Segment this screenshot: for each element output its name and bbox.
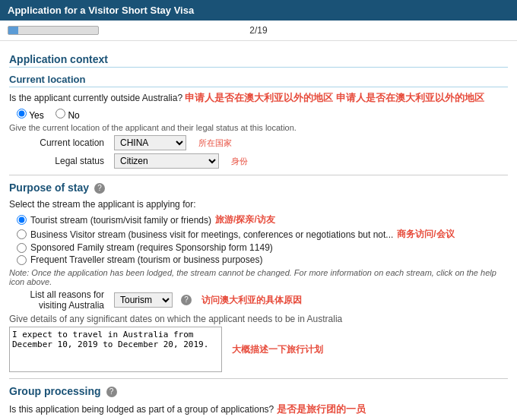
group-chinese: 是否是旅行团的一员 <box>277 403 366 415</box>
legal-status-chinese-label: 身份 <box>231 156 248 167</box>
outside-australia-no-label[interactable]: No <box>56 110 80 121</box>
group-tooltip-icon[interactable]: ? <box>106 387 117 397</box>
stream-tourist-chinese: 旅游/探亲/访友 <box>215 213 275 226</box>
current-location-question-row: Is the applicant currently outside Austr… <box>9 91 508 105</box>
stream-frequent: Frequent Traveller stream (tourism or bu… <box>17 254 508 265</box>
stream-options: Tourist stream (tourism/visit family or … <box>17 213 508 265</box>
outside-australia-yes-label[interactable]: Yes <box>17 110 46 121</box>
section-application-context: Application context <box>9 53 508 68</box>
progress-fill <box>8 27 18 34</box>
group-question: Is this application being lodged as part… <box>9 404 274 415</box>
outside-australia-yes-radio[interactable] <box>17 109 27 118</box>
outside-australia-no-radio[interactable] <box>56 109 65 118</box>
stream-frequent-label: Frequent Traveller stream (tourism or bu… <box>30 254 262 265</box>
app-title: Application for a Visitor Short Stay Vis… <box>8 5 194 16</box>
stream-business-label: Business Visitor stream (business visit … <box>30 229 393 240</box>
stream-sponsored: Sponsored Family stream (requires Sponso… <box>17 242 508 253</box>
legal-status-select[interactable]: Citizen Permanent Resident Temporary Res… <box>114 153 219 169</box>
legal-status-field-row: Legal status Citizen Permanent Resident … <box>9 153 508 169</box>
stream-business-chinese: 商务访问/会议 <box>397 228 454 241</box>
stream-tourist: Tourist stream (tourism/visit family or … <box>17 213 508 226</box>
current-location-detail: Give the current location of the applica… <box>9 123 508 132</box>
progress-container: 2/19 <box>0 21 517 41</box>
progress-bar <box>8 26 99 35</box>
legal-status-label: Legal status <box>9 156 108 166</box>
purpose-tooltip-icon[interactable]: ? <box>94 183 105 194</box>
page-counter: 2/19 <box>99 25 418 36</box>
stream-tourist-radio[interactable] <box>17 215 27 225</box>
current-location-label: Current location <box>9 137 108 148</box>
dates-chinese: 大概描述一下旅行计划 <box>232 343 323 356</box>
reason-select[interactable]: Tourism Business Family Other <box>114 292 173 308</box>
section-purpose-of-stay: Purpose of stay <box>9 182 89 195</box>
current-location-question: Is the applicant currently outside Austr… <box>9 93 182 103</box>
stream-sponsored-radio[interactable] <box>17 243 27 253</box>
stream-note: Note: Once the application has been lodg… <box>9 268 508 286</box>
stream-business: Business Visitor stream (business visit … <box>17 228 508 241</box>
title-bar: Application for a Visitor Short Stay Vis… <box>0 0 517 21</box>
current-location-chinese: 申请人是否在澳大利亚以外的地区 <box>185 92 333 103</box>
dates-label: Give details of any significant dates on… <box>9 314 508 324</box>
outside-australia-radio-group: Yes No <box>17 109 508 121</box>
stream-frequent-radio[interactable] <box>17 255 27 265</box>
dates-textarea[interactable]: I expect to travel in Australia from Dec… <box>9 327 222 372</box>
current-location-chinese-text: 申请人是否在澳大利亚以外的地区 <box>336 92 484 103</box>
reason-label: List all reasons for visiting Australia <box>9 289 108 311</box>
current-location-select[interactable]: CHINA AUSTRALIA OTHER <box>114 135 186 150</box>
reason-tooltip-icon[interactable]: ? <box>181 295 192 305</box>
section-current-location: Current location <box>9 74 508 87</box>
section-group-processing: Group processing <box>9 385 101 399</box>
divider-1 <box>9 175 508 175</box>
main-content: Application context Current location Is … <box>0 41 517 420</box>
current-location-field-row: Current location CHINA AUSTRALIA OTHER 所… <box>9 135 508 150</box>
reason-field-row: List all reasons for visiting Australia … <box>9 289 508 311</box>
stream-sponsored-label: Sponsored Family stream (requires Sponso… <box>30 242 273 253</box>
stream-business-radio[interactable] <box>17 229 27 239</box>
purpose-question: Select the stream the applicant is apply… <box>9 199 508 210</box>
stream-tourist-label: Tourist stream (tourism/visit family or … <box>30 215 211 226</box>
divider-2 <box>9 378 508 379</box>
reason-chinese: 访问澳大利亚的具体原因 <box>201 294 302 307</box>
group-question-row: Is this application being lodged as part… <box>9 403 508 416</box>
current-location-chinese-label: 所在国家 <box>198 137 232 149</box>
